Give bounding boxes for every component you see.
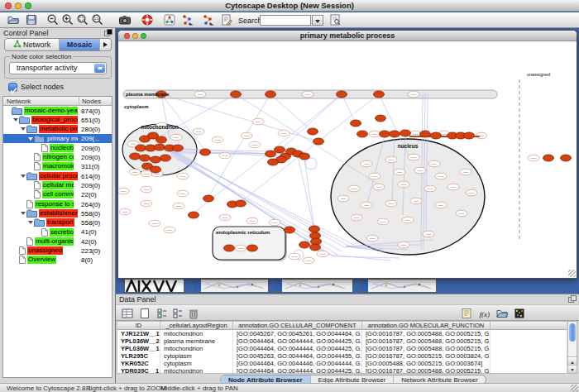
tree-row[interactable]: cellular metabol209(0) bbox=[3, 180, 112, 189]
scrollbar-thumb[interactable] bbox=[569, 323, 576, 342]
table-cell: YLR295C bbox=[117, 352, 160, 360]
column-header[interactable] bbox=[490, 322, 567, 330]
function-builder-icon[interactable]: f(x) bbox=[478, 307, 492, 321]
zoom-actual-icon[interactable]: 1:1 bbox=[91, 13, 105, 27]
table-row[interactable]: YKR052Ccytoplasm[GO:0044464, GO:0044446,… bbox=[117, 360, 567, 367]
tree-row-node-count: 614(0) bbox=[81, 173, 100, 180]
open-file-icon[interactable] bbox=[7, 13, 21, 27]
column-header[interactable]: _cellularLayoutRegion bbox=[160, 322, 233, 330]
disclosure-triangle-icon[interactable] bbox=[27, 219, 34, 227]
network-window-titlebar[interactable]: primary metabolic process bbox=[118, 31, 577, 41]
disclosure-triangle-icon[interactable] bbox=[20, 209, 26, 217]
annotation-icon[interactable] bbox=[220, 13, 234, 27]
tree-row[interactable]: nucleobase-209(0) bbox=[3, 143, 112, 152]
svg-text:endoplasmic reticulum: endoplasmic reticulum bbox=[216, 230, 270, 235]
app-titlebar[interactable]: Cytoscape Desktop (New Session) bbox=[0, 0, 579, 12]
tab-network[interactable]: Network bbox=[5, 39, 60, 50]
zoom-in-icon[interactable] bbox=[61, 13, 75, 27]
zoom-selected-icon[interactable] bbox=[76, 13, 90, 27]
zoom-out-icon[interactable] bbox=[46, 13, 60, 27]
new-attribute-icon[interactable] bbox=[138, 307, 152, 321]
disclosure-triangle-icon[interactable] bbox=[27, 135, 34, 142]
control-panel-tabs: NetworkMosaic bbox=[4, 38, 112, 51]
scroll-down-button[interactable] bbox=[568, 365, 577, 373]
tree-row[interactable]: unassigned223(0) bbox=[3, 246, 112, 256]
background-window[interactable] bbox=[194, 279, 269, 293]
table-row[interactable]: YPL036W__2plasma membrane[GO:0044464, GO… bbox=[117, 337, 567, 345]
tree-row[interactable]: response to stimulu264(0) bbox=[3, 199, 112, 208]
tree-row[interactable]: cell communicat22(0) bbox=[3, 190, 112, 199]
new-network-from-selected-edges-icon[interactable] bbox=[202, 13, 216, 27]
tree-row[interactable]: multi-organism pro42(0) bbox=[3, 237, 112, 246]
tree-row[interactable]: mosaic-demo-yeast874(0) bbox=[3, 106, 112, 115]
table-scrollbar[interactable] bbox=[567, 321, 577, 374]
tree-column-nodes[interactable]: Nodes bbox=[82, 98, 101, 105]
folder-icon bbox=[26, 209, 37, 218]
save-icon[interactable] bbox=[25, 13, 39, 27]
window-resize-grip[interactable] bbox=[568, 270, 576, 277]
network-tree: Network Nodes mosaic-demo-yeast874(0)bio… bbox=[2, 96, 112, 378]
delete-attribute-icon[interactable] bbox=[187, 307, 201, 321]
folder-icon bbox=[34, 135, 45, 143]
table-row[interactable]: YLR295Ccytoplasm[GO:0045263, GO:0044464,… bbox=[117, 352, 567, 360]
network-overview-icon[interactable] bbox=[163, 13, 177, 27]
attribute-matrix-icon[interactable] bbox=[513, 307, 527, 321]
network-leaf-icon bbox=[41, 144, 48, 152]
search-dropdown-button[interactable] bbox=[312, 15, 323, 26]
table-cell bbox=[490, 352, 567, 360]
tree-row[interactable]: establishment of lo558(0) bbox=[3, 208, 112, 218]
search-input[interactable] bbox=[260, 15, 311, 26]
select-nodes-checkbox[interactable] bbox=[8, 83, 17, 92]
tree-row-label: metabolic process bbox=[39, 125, 78, 133]
tree-row[interactable]: secretion41(0) bbox=[3, 227, 112, 237]
snapshot-icon[interactable] bbox=[118, 13, 132, 27]
network-tree-header[interactable]: Network Nodes bbox=[3, 97, 112, 106]
unselect-attributes-icon[interactable] bbox=[171, 307, 185, 321]
new-network-from-selected-nodes-icon[interactable] bbox=[181, 13, 195, 27]
tree-row[interactable]: macromolecule311(0) bbox=[3, 162, 112, 171]
twisty-spacer bbox=[20, 200, 26, 208]
tree-column-network[interactable]: Network bbox=[7, 98, 31, 105]
tree-row[interactable]: transport558(0) bbox=[3, 218, 112, 227]
tree-row[interactable]: Overview8(0) bbox=[3, 256, 112, 265]
table-cell bbox=[490, 330, 567, 337]
search-options-icon[interactable] bbox=[328, 13, 342, 27]
network-canvas[interactable]: plasma membranecytoplasmmitochondrionnuc… bbox=[118, 41, 577, 274]
attribute-editor-icon[interactable] bbox=[460, 307, 474, 321]
table-row[interactable]: YJR121W__1mitochondrion[GO:0045267, GO:0… bbox=[117, 330, 567, 337]
column-header[interactable]: ID bbox=[117, 322, 160, 330]
tree-row[interactable]: cellular process614(0) bbox=[3, 171, 112, 180]
disclosure-triangle-icon[interactable] bbox=[20, 172, 26, 179]
disclosure-triangle-icon[interactable] bbox=[20, 126, 26, 133]
folder-icon bbox=[19, 116, 30, 124]
table-cell: cytoplasm bbox=[160, 360, 233, 367]
tree-row[interactable]: primary metabo209(... bbox=[3, 134, 112, 143]
table-cell: YDR039C__1 bbox=[117, 367, 160, 374]
tree-row[interactable]: biological_process651(0) bbox=[3, 115, 112, 124]
tab-overflow-arrow-icon[interactable] bbox=[100, 39, 111, 50]
network-leaf-icon bbox=[34, 190, 41, 198]
help-icon[interactable] bbox=[141, 13, 155, 27]
disclosure-triangle-icon[interactable] bbox=[12, 116, 19, 123]
column-header[interactable]: annotation.GO CELLULAR_COMPONENT bbox=[233, 322, 362, 330]
app-resize-grip[interactable] bbox=[571, 385, 578, 392]
tab-mosaic[interactable]: Mosaic bbox=[60, 39, 100, 50]
background-window[interactable] bbox=[124, 279, 184, 293]
tree-row[interactable]: metabolic process280(0) bbox=[3, 125, 112, 134]
tree-row-label: response to stimulu bbox=[35, 200, 74, 208]
tree-row-label: cellular metabol bbox=[42, 181, 74, 189]
network-view-window[interactable]: primary metabolic process plasma membran… bbox=[117, 30, 577, 279]
tree-row-label: establishment of lo bbox=[39, 209, 78, 218]
table-row[interactable]: YDR039C__1mitochondrion[GO:0044464, GO:0… bbox=[117, 367, 567, 374]
tree-row[interactable]: nitrogen compo209(0) bbox=[3, 153, 112, 162]
table-row[interactable]: YPL036W__1mitochondrion[GO:0044464, GO:0… bbox=[117, 345, 567, 352]
select-attributes-icon[interactable] bbox=[156, 307, 170, 321]
column-header[interactable]: annotation.GO MOLECULAR_FUNCTION bbox=[362, 322, 490, 330]
background-window[interactable] bbox=[361, 279, 437, 293]
scroll-up-button[interactable] bbox=[568, 356, 577, 365]
app-title: Cytoscape Desktop (New Session) bbox=[0, 0, 579, 12]
attribute-table-icon[interactable] bbox=[121, 307, 135, 321]
node-color-dropdown[interactable]: transporter activity bbox=[9, 62, 107, 74]
background-window[interactable] bbox=[275, 279, 353, 293]
import-attributes-icon[interactable] bbox=[495, 307, 510, 321]
